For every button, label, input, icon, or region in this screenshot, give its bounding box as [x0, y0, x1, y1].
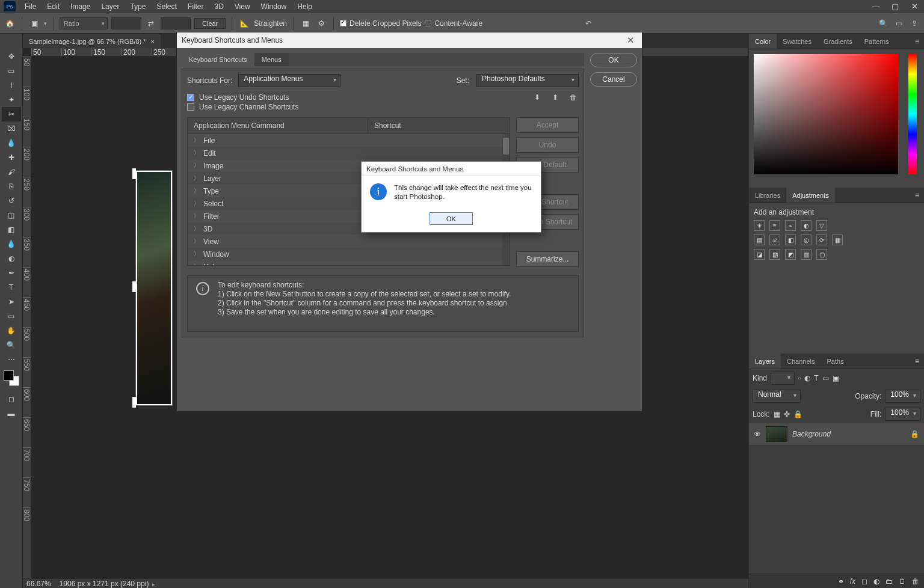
gradient-tool-icon[interactable]: ◧	[2, 222, 21, 237]
filter-shape-icon[interactable]: ▭	[822, 374, 829, 382]
overlay-grid-icon[interactable]: ▦	[300, 17, 312, 29]
menu-view[interactable]: View	[229, 0, 256, 13]
blend-mode-dropdown[interactable]: Normal	[753, 390, 801, 403]
zoom-tool-icon[interactable]: 🔍	[2, 338, 21, 352]
menu-filter[interactable]: Filter	[182, 0, 209, 13]
posterize-icon[interactable]: ▨	[769, 249, 780, 260]
shape-tool-icon[interactable]: ▭	[2, 309, 21, 323]
delete-set-icon[interactable]: 🗑	[568, 92, 579, 103]
path-select-icon[interactable]: ➤	[2, 295, 21, 309]
reset-crop-icon[interactable]: ↶	[582, 17, 594, 29]
menu-select[interactable]: Select	[151, 0, 182, 13]
zoom-level[interactable]: 66.67%	[26, 580, 51, 588]
selective-color-icon[interactable]: ▢	[816, 249, 827, 260]
curves-icon[interactable]: ⌁	[785, 220, 796, 231]
doc-info[interactable]: 1906 px x 1271 px (240 ppi)	[60, 580, 149, 588]
filter-smart-icon[interactable]: ▣	[833, 374, 839, 382]
quick-mask-icon[interactable]: ◻	[2, 392, 21, 406]
crop-height-input[interactable]	[161, 17, 191, 29]
levels-icon[interactable]: ≡	[769, 220, 780, 231]
history-brush-icon[interactable]: ↺	[2, 194, 21, 208]
opacity-input[interactable]: 100%	[885, 390, 920, 403]
menu-layer[interactable]: Layer	[96, 0, 125, 13]
blur-tool-icon[interactable]: 💧	[2, 237, 21, 251]
list-item[interactable]: 〉Edit	[188, 147, 510, 159]
list-item[interactable]: 〉File	[188, 134, 510, 147]
clone-tool-icon[interactable]: ⎘	[2, 179, 21, 194]
color-swatches[interactable]	[4, 370, 19, 386]
new-set-icon[interactable]: ⬆	[550, 92, 561, 103]
channel-mixer-icon[interactable]: ⟳	[816, 234, 827, 245]
delete-cropped-checkbox[interactable]: Delete Cropped Pixels	[340, 19, 421, 28]
filter-adjust-icon[interactable]: ◐	[804, 374, 810, 382]
vibrance-icon[interactable]: ▽	[816, 220, 827, 231]
pen-tool-icon[interactable]: ✒	[2, 266, 21, 280]
panel-menu-icon[interactable]: ≡	[910, 34, 924, 49]
frame-tool-icon[interactable]: ⌧	[2, 121, 21, 136]
menu-edit[interactable]: Edit	[42, 0, 65, 13]
quick-select-tool-icon[interactable]: ✦	[2, 93, 21, 107]
menu-image[interactable]: Image	[65, 0, 96, 13]
move-tool-icon[interactable]: ✥	[2, 49, 21, 64]
ok-button[interactable]: OK	[590, 53, 637, 67]
window-restore-icon[interactable]: ▢	[886, 0, 905, 13]
screen-mode-icon[interactable]: ▬	[2, 406, 21, 421]
crop-tool-icon[interactable]: ▣	[28, 17, 40, 29]
adjustment-layer-icon[interactable]: ◐	[873, 577, 879, 586]
col-shortcut[interactable]: Shortcut	[368, 118, 510, 133]
tab-channels[interactable]: Channels	[781, 354, 821, 369]
tab-libraries[interactable]: Libraries	[749, 188, 786, 203]
photo-filter-icon[interactable]: ◎	[801, 234, 812, 245]
layer-row-background[interactable]: 👁 Background 🔒	[749, 423, 924, 445]
crop-handle[interactable]	[132, 168, 136, 179]
crop-handle[interactable]	[132, 281, 136, 292]
workspace-icon[interactable]: ▭	[893, 17, 905, 29]
tab-layers[interactable]: Layers	[749, 354, 781, 369]
list-item[interactable]: 〉Help	[188, 260, 510, 265]
hue-slider[interactable]	[908, 54, 917, 174]
lock-pixels-icon[interactable]: ▦	[774, 410, 780, 418]
color-balance-icon[interactable]: ⚖	[769, 234, 780, 245]
legacy-undo-checkbox[interactable]: Use Legacy Undo Shortcuts	[187, 93, 289, 102]
visibility-icon[interactable]: 👁	[754, 430, 761, 438]
document-tab[interactable]: SampleImage-1.jpg @ 66.7% (RGB/8) * ×	[23, 34, 161, 48]
crop-tool-icon[interactable]: ✂	[2, 107, 21, 121]
lock-all-icon[interactable]: 🔒	[793, 410, 802, 418]
straighten-label[interactable]: Straighten	[254, 19, 287, 28]
swap-wh-icon[interactable]: ⇄	[145, 17, 157, 29]
content-aware-checkbox[interactable]: Content-Aware	[425, 19, 482, 28]
lasso-tool-icon[interactable]: ⌇	[2, 78, 21, 93]
tab-menus[interactable]: Menus	[254, 53, 289, 66]
alert-ok-button[interactable]: OK	[430, 212, 473, 225]
menu-file[interactable]: File	[19, 0, 42, 13]
link-layers-icon[interactable]: ⚭	[838, 577, 844, 586]
hue-sat-icon[interactable]: ▤	[754, 234, 765, 245]
filter-image-icon[interactable]: ▫	[798, 374, 801, 382]
tab-adjustments[interactable]: Adjustments	[786, 188, 835, 203]
dodge-tool-icon[interactable]: ◐	[2, 251, 21, 266]
gradient-map-icon[interactable]: ▥	[801, 249, 812, 260]
dialog-titlebar[interactable]: Keyboard Shortcuts and Menus ✕	[177, 32, 642, 48]
scrollbar-thumb[interactable]	[503, 138, 509, 155]
window-minimize-icon[interactable]: —	[866, 0, 886, 13]
type-tool-icon[interactable]: T	[2, 280, 21, 295]
delete-layer-icon[interactable]: 🗑	[912, 577, 919, 586]
shortcuts-for-dropdown[interactable]: Application Menus	[238, 74, 340, 87]
close-icon[interactable]: ✕	[624, 35, 637, 46]
accept-button[interactable]: Accept	[516, 117, 579, 133]
new-layer-icon[interactable]: 🗋	[899, 577, 906, 586]
menu-help[interactable]: Help	[292, 0, 318, 13]
close-tab-icon[interactable]: ×	[151, 38, 155, 45]
list-item[interactable]: 〉Window	[188, 248, 510, 260]
home-icon[interactable]: 🏠	[4, 17, 16, 29]
menu-3d[interactable]: 3D	[209, 0, 229, 13]
healing-tool-icon[interactable]: ✚	[2, 150, 21, 165]
alert-title[interactable]: Keyboard Shortcuts and Menus	[362, 162, 541, 176]
save-set-icon[interactable]: ⬇	[532, 92, 543, 103]
panel-menu-icon[interactable]: ≡	[910, 188, 924, 203]
window-close-icon[interactable]: ✕	[905, 0, 924, 13]
tab-paths[interactable]: Paths	[821, 354, 850, 369]
tab-color[interactable]: Color	[749, 34, 777, 49]
eyedropper-tool-icon[interactable]: 💧	[2, 136, 21, 150]
threshold-icon[interactable]: ◩	[785, 249, 796, 260]
